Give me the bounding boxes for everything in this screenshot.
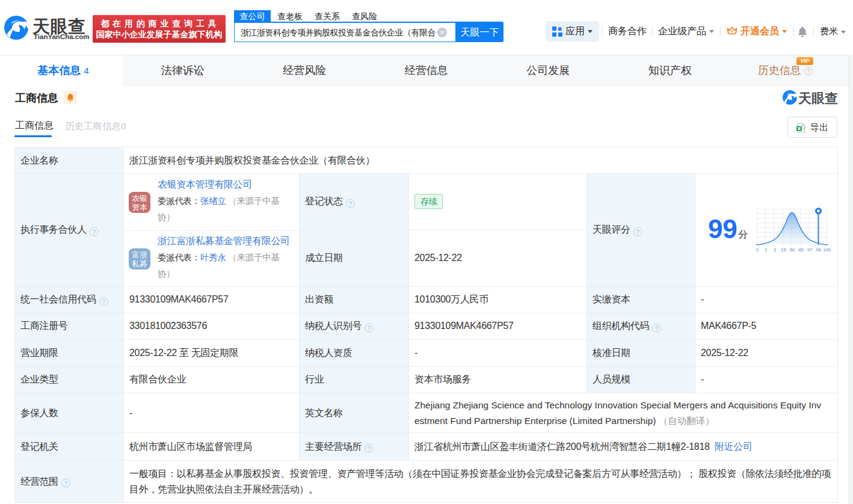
svg-text:15: 15: [781, 247, 786, 253]
svg-text:3: 3: [774, 247, 777, 253]
svg-text:100: 100: [823, 247, 831, 253]
svg-text:97: 97: [807, 247, 813, 253]
svg-text:99: 99: [816, 247, 821, 253]
svg-text:0: 0: [756, 247, 759, 253]
svg-text:50: 50: [790, 247, 795, 253]
svg-text:85: 85: [798, 247, 804, 253]
svg-text:1: 1: [765, 247, 768, 253]
